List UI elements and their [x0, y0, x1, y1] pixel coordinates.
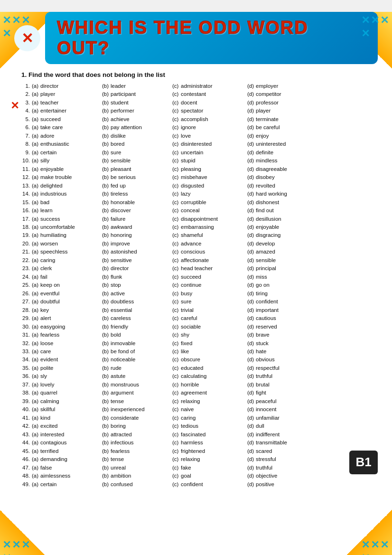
- table-row: 46. (a) demanding (b) tense (c) relaxing…: [21, 455, 375, 463]
- header: ✕ WHICH IS THE ODD WORD OUT?: [14, 12, 378, 64]
- col-b-label: (b): [102, 405, 111, 414]
- col-d-label: (d): [247, 149, 256, 157]
- row-number: 35.: [21, 364, 32, 372]
- col-d-label: (d): [247, 397, 256, 405]
- col-a-label: (a): [32, 123, 40, 132]
- col-c-word: educated: [181, 364, 247, 372]
- col-c-word: love: [181, 132, 247, 140]
- col-d-word: fight: [256, 389, 313, 397]
- instruction-text: 1. Find the word that does not belong in…: [21, 71, 375, 78]
- col-c-word: affectionate: [181, 256, 247, 264]
- col-b-label: (b): [102, 472, 111, 480]
- col-d-label: (d): [247, 348, 256, 356]
- col-b-word: astonished: [111, 248, 172, 256]
- col-d-word: miss: [256, 273, 313, 281]
- col-a-word: care: [40, 348, 102, 356]
- table-row: 30. (a) easygoing (b) friendly (c) socia…: [21, 323, 375, 331]
- col-c-label: (c): [172, 397, 181, 405]
- col-b-label: (b): [102, 207, 111, 215]
- table-row: 20. (a) worsen (b) improve (c) advance (…: [21, 240, 375, 248]
- col-d-word: dishonest: [256, 198, 313, 207]
- row-number: 7.: [21, 132, 32, 140]
- col-d-label: (d): [247, 99, 256, 107]
- col-a-label: (a): [32, 356, 40, 364]
- col-b-label: (b): [102, 182, 111, 190]
- col-c-word: frightened: [181, 447, 247, 455]
- col-a-word: loose: [40, 339, 102, 348]
- table-row: 13. (a) delighted (b) fed up (c) disgust…: [21, 182, 375, 190]
- col-d-label: (d): [247, 132, 256, 140]
- col-c-word: lazy: [181, 190, 247, 198]
- col-b-label: (b): [102, 107, 111, 115]
- col-b-word: tireless: [111, 190, 172, 198]
- col-c-label: (c): [172, 480, 181, 489]
- col-a-label: (a): [32, 198, 40, 207]
- col-a-label: (a): [32, 290, 40, 298]
- col-d-label: (d): [247, 223, 256, 231]
- col-a-word: contagious: [40, 439, 102, 447]
- col-d-word: confident: [256, 298, 313, 306]
- col-d-word: peaceful: [256, 397, 313, 405]
- col-c-word: trivial: [181, 306, 247, 314]
- table-row: 49. (a) certain (b) confused (c) confide…: [21, 480, 375, 489]
- col-a-word: fail: [40, 273, 102, 281]
- col-c-word: horrible: [181, 381, 247, 389]
- col-a-word: lovely: [40, 381, 102, 389]
- col-a-label: (a): [32, 207, 40, 215]
- col-c-word: head teacher: [181, 264, 247, 273]
- col-d-label: (d): [247, 472, 256, 480]
- col-d-word: player: [256, 107, 313, 115]
- row-number: 21.: [21, 248, 32, 256]
- col-d-word: find out: [256, 207, 313, 215]
- col-c-word: relaxing: [181, 397, 247, 405]
- col-d-label: (d): [247, 190, 256, 198]
- table-row: 41. (a) kind (b) considerate (c) caring …: [21, 414, 375, 422]
- row-number: 16.: [21, 207, 32, 215]
- col-b-label: (b): [102, 132, 111, 140]
- col-d-word: amazed: [256, 248, 313, 256]
- col-c-label: (c): [172, 149, 181, 157]
- col-a-word: take care: [40, 123, 102, 132]
- col-c-label: (c): [172, 431, 181, 439]
- col-a-label: (a): [32, 331, 40, 339]
- col-d-label: (d): [247, 273, 256, 281]
- col-d-word: employer: [256, 82, 313, 90]
- col-c-label: (c): [172, 240, 181, 248]
- col-d-word: principal: [256, 264, 313, 273]
- col-b-label: (b): [102, 256, 111, 264]
- corner-x-tr: ✕ ✕ ✕ ✕: [361, 14, 390, 40]
- col-a-label: (a): [32, 248, 40, 256]
- col-d-word: competitor: [256, 90, 313, 98]
- col-c-label: (c): [172, 339, 181, 348]
- col-d-label: (d): [247, 157, 256, 165]
- col-d-word: disobey: [256, 173, 313, 181]
- table-row: 42. (a) excited (b) boring (c) tedious (…: [21, 422, 375, 430]
- row-number: 17.: [21, 215, 32, 223]
- col-b-word: active: [111, 290, 172, 298]
- col-d-label: (d): [247, 240, 256, 248]
- col-d-label: (d): [247, 198, 256, 207]
- col-d-label: (d): [247, 306, 256, 314]
- col-c-word: calculating: [181, 372, 247, 380]
- row-number: 44.: [21, 439, 32, 447]
- row-number: 40.: [21, 405, 32, 414]
- col-d-label: (d): [247, 82, 256, 90]
- col-a-word: learn: [40, 207, 102, 215]
- row-number: 38.: [21, 389, 32, 397]
- col-c-word: continue: [181, 281, 247, 289]
- table-row: 27. (a) doubtful (b) doubtless (c) sure …: [21, 298, 375, 306]
- level-badge: B1: [349, 451, 378, 474]
- col-b-label: (b): [102, 215, 111, 223]
- table-row: 38. (a) quarrel (b) argument (c) agreeme…: [21, 389, 375, 397]
- col-a-label: (a): [32, 240, 40, 248]
- col-c-word: sociable: [181, 323, 247, 331]
- col-a-label: (a): [32, 157, 40, 165]
- col-a-word: easygoing: [40, 323, 102, 331]
- page-title: WHICH IS THE ODD WORD OUT?: [57, 18, 366, 58]
- col-b-label: (b): [102, 431, 111, 439]
- row-number: 15.: [21, 198, 32, 207]
- col-b-word: fearless: [111, 447, 172, 455]
- table-row: 15. (a) bad (b) honorable (c) corruptibl…: [21, 198, 375, 207]
- col-d-word: brutal: [256, 381, 313, 389]
- col-c-label: (c): [172, 82, 181, 90]
